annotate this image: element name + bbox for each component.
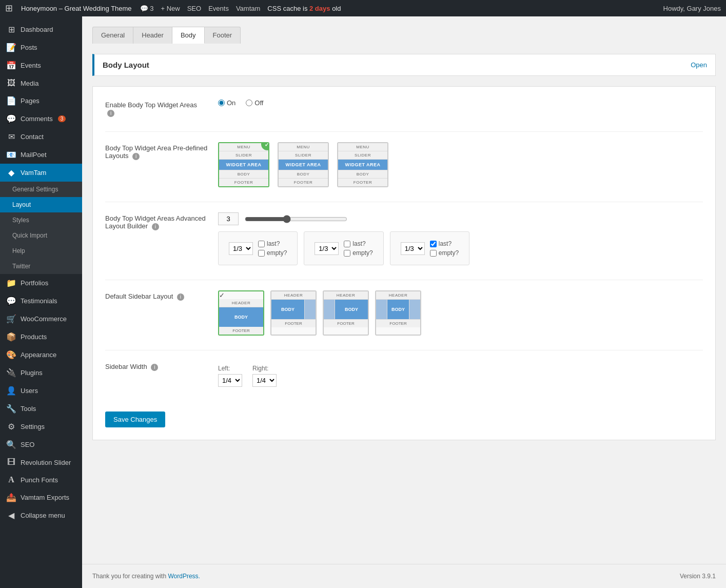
- radio-on-input[interactable]: [218, 100, 225, 106]
- predefined-layouts-info-icon[interactable]: i: [132, 153, 140, 160]
- col2-last-label[interactable]: last?: [344, 240, 372, 247]
- sidebar-item-vamtam-exports[interactable]: 📤 Vamtam Exports: [0, 488, 82, 506]
- layout1-widget: WIDGET AREA: [219, 160, 268, 170]
- sl-right-body: BODY: [271, 300, 304, 319]
- sidebar-item-tools[interactable]: 🔧 Tools: [0, 400, 82, 418]
- products-icon: 📦: [6, 332, 16, 342]
- sidebar-item-plugins[interactable]: 🔌 Plugins: [0, 364, 82, 382]
- col2-empty-checkbox[interactable]: [344, 250, 350, 257]
- tab-footer[interactable]: Footer: [205, 27, 241, 44]
- col2-fraction-select[interactable]: 1/3 1/1 1/2 1/4 2/3 3/4: [315, 242, 339, 255]
- col1-last-checkbox[interactable]: [258, 241, 265, 247]
- tab-header[interactable]: Header: [133, 27, 172, 44]
- sidebar-item-punch-fonts[interactable]: A Punch Fonts: [0, 471, 82, 488]
- radio-off-input[interactable]: [246, 100, 252, 106]
- sidebar-width-info-icon[interactable]: i: [151, 364, 158, 371]
- predefined-layout-card-2[interactable]: MENU SLIDER WIDGET AREA BODY FOOTER: [278, 142, 329, 187]
- sidebar-item-comments[interactable]: 💬 Comments 3: [0, 110, 82, 128]
- sidebar-item-label: Twitter: [12, 263, 30, 270]
- enable-body-top-info-icon[interactable]: i: [107, 110, 114, 117]
- sidebar-item-revolution-slider[interactable]: 🎞 Revolution Slider: [0, 454, 82, 471]
- section-open-link[interactable]: Open: [691, 61, 707, 69]
- vamtam-bar-item[interactable]: Vamtam: [236, 5, 260, 12]
- sidebar-item-dashboard[interactable]: ⊞ Dashboard: [0, 21, 82, 38]
- sidebar-item-general-settings[interactable]: General Settings: [0, 182, 82, 197]
- admin-bar: ⊞ Honeymoon – Great Wedding Theme 💬 3 + …: [0, 0, 726, 16]
- sidebar-item-twitter[interactable]: Twitter: [0, 259, 82, 274]
- col3-fraction-select[interactable]: 1/3 1/1 1/2 1/4 2/3 3/4: [401, 242, 425, 255]
- slider-value-input[interactable]: [218, 212, 239, 225]
- events-bar-item[interactable]: Events: [208, 5, 229, 12]
- layout2-menu: MENU: [279, 143, 328, 151]
- events-icon: 📅: [6, 61, 16, 70]
- sidebar-item-events[interactable]: 📅 Events: [0, 56, 82, 74]
- predefined-layout-card-1[interactable]: ✓ MENU SLIDER WIDGET AREA BODY FOOTER: [218, 142, 269, 187]
- sidebar-item-styles[interactable]: Styles: [0, 212, 82, 228]
- sidebar-item-label: General Settings: [12, 186, 58, 193]
- right-width-group: Right: 1/4 1/3 1/2: [252, 365, 277, 387]
- col1-last-label[interactable]: last?: [258, 240, 287, 247]
- col3-empty-checkbox[interactable]: [430, 250, 437, 257]
- seo-bar-item[interactable]: SEO: [187, 5, 201, 12]
- col2-checkboxes: last? empty?: [344, 240, 372, 257]
- sidebar-layout-left[interactable]: HEADER BODY FOOTER: [323, 290, 369, 336]
- vamtam-icon: ◆: [6, 168, 16, 178]
- col2-empty-label[interactable]: empty?: [344, 249, 372, 257]
- sl-right-body-row: BODY: [271, 300, 316, 320]
- sidebar-item-woocommerce[interactable]: 🛒 WooCommerce: [0, 310, 82, 328]
- sidebar-item-label: Comments: [21, 115, 53, 123]
- col3-empty-label[interactable]: empty?: [430, 249, 459, 257]
- sidebar-item-help[interactable]: Help: [0, 243, 82, 259]
- sidebar-item-quick-import[interactable]: Quick Import: [0, 228, 82, 243]
- advanced-layout-info-icon[interactable]: i: [152, 223, 159, 230]
- tab-body[interactable]: Body: [172, 27, 205, 44]
- col1-empty-checkbox[interactable]: [258, 250, 265, 257]
- pages-icon: 📄: [6, 96, 16, 106]
- radio-on-label[interactable]: On: [218, 99, 236, 107]
- col2-last-checkbox[interactable]: [344, 241, 350, 247]
- sidebar-item-vamtam[interactable]: ◆ VamTam: [0, 164, 82, 182]
- col1-fraction-select[interactable]: 1/3 1/1 1/2 1/4 2/3 3/4: [229, 242, 253, 255]
- predefined-layout-card-3[interactable]: MENU SLIDER WIDGET AREA BODY FOOTER: [337, 142, 388, 187]
- radio-off-label[interactable]: Off: [246, 99, 263, 107]
- sidebar-item-portfolios[interactable]: 📁 Portfolios: [0, 274, 82, 292]
- left-width-select[interactable]: 1/4 1/3 1/2: [218, 374, 242, 387]
- sidebar-item-contact[interactable]: ✉ Contact: [0, 128, 82, 146]
- save-changes-button[interactable]: Save Changes: [105, 411, 165, 427]
- wp-logo-icon[interactable]: ⊞: [5, 3, 13, 14]
- sidebar-item-media[interactable]: 🖼 Media: [0, 74, 82, 92]
- sidebar-item-label: SEO: [21, 441, 34, 448]
- sidebar-item-label: Contact: [21, 133, 44, 141]
- comments-bar-item[interactable]: 💬 3: [140, 5, 154, 12]
- sidebar-item-products[interactable]: 📦 Products: [0, 328, 82, 346]
- sidebar-item-mailpoet[interactable]: 📧 MailPoet: [0, 146, 82, 164]
- sidebar-item-users[interactable]: 👤 Users: [0, 382, 82, 400]
- sidebar-item-label: Events: [21, 62, 41, 69]
- sidebar-item-collapse-menu[interactable]: ◀ Collapse menu: [0, 506, 82, 524]
- sidebar-item-pages[interactable]: 📄 Pages: [0, 92, 82, 110]
- col3-last-checkbox[interactable]: [430, 241, 437, 247]
- dashboard-icon: ⊞: [6, 25, 16, 34]
- wordpress-link[interactable]: WordPress.: [168, 573, 200, 580]
- sidebar-layout-none[interactable]: ✓ HEADER BODY FOOTER: [218, 290, 264, 336]
- sidebar-item-seo[interactable]: 🔍 SEO: [0, 436, 82, 454]
- sidebar-layout-both[interactable]: HEADER BODY FOOTER: [375, 290, 421, 336]
- col3-last-label[interactable]: last?: [430, 240, 459, 247]
- sidebar-item-label: WooCommerce: [21, 315, 67, 323]
- tab-general[interactable]: General: [92, 27, 133, 44]
- columns-slider[interactable]: [245, 215, 347, 223]
- sidebar-item-layout[interactable]: Layout: [0, 197, 82, 212]
- section-card: Body Layout Open: [92, 54, 716, 76]
- sidebar-item-testimonials[interactable]: 💬 Testimonials: [0, 292, 82, 310]
- sidebar-item-appearance[interactable]: 🎨 Appearance: [0, 346, 82, 364]
- sidebar-item-settings[interactable]: ⚙ Settings: [0, 418, 82, 436]
- sidebar-layout-info-icon[interactable]: i: [177, 293, 184, 301]
- sidebar-layout-none-checkmark: ✓: [219, 291, 263, 299]
- new-bar-item[interactable]: + New: [161, 5, 180, 12]
- sidebar-layout-right[interactable]: HEADER BODY FOOTER: [270, 290, 317, 336]
- col1-empty-label[interactable]: empty?: [258, 249, 287, 257]
- site-name[interactable]: Honeymoon – Great Wedding Theme: [21, 5, 132, 12]
- sidebar-item-posts[interactable]: 📝 Posts: [0, 38, 82, 56]
- tab-bar: General Header Body Footer: [92, 27, 716, 44]
- right-width-select[interactable]: 1/4 1/3 1/2: [252, 374, 277, 387]
